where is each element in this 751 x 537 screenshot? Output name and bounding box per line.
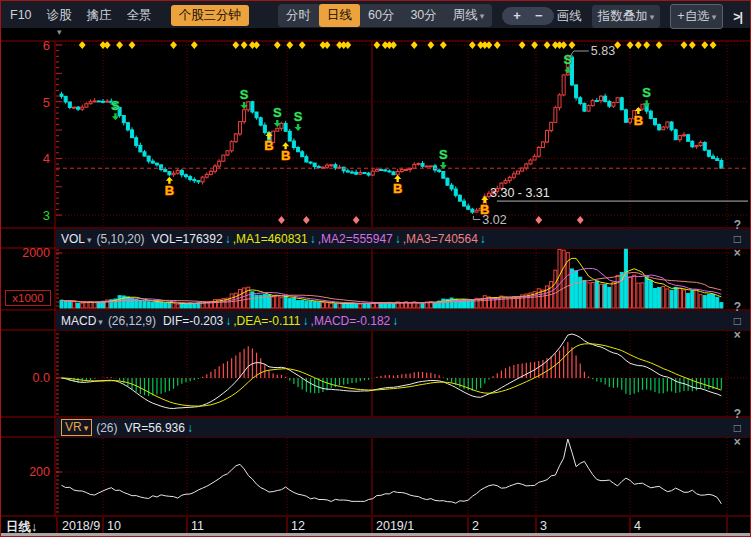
macd-value: ,MACD=-0.182 bbox=[311, 314, 391, 328]
price-label-3: 3 bbox=[28, 208, 50, 223]
vr-line bbox=[62, 439, 722, 504]
help-icon[interactable]: ? bbox=[734, 300, 741, 314]
down-arrow-icon: ↓ bbox=[225, 232, 231, 246]
macd-zero-label: 0.0 bbox=[22, 371, 50, 385]
window-resize-bar[interactable] bbox=[1, 533, 750, 536]
chart-canvas[interactable]: SSSSSSSBBBBBB3.30 - 3.315.833.02 bbox=[0, 0, 751, 537]
toolbar-left-group: F10 诊股 擒庄 全景 个股三分钟 bbox=[10, 6, 249, 24]
svg-text:S: S bbox=[294, 109, 303, 124]
chart-dropdown-caret[interactable]: ▾ bbox=[57, 27, 62, 37]
date-label: 11 bbox=[191, 519, 204, 533]
chevron-down-icon: ▾ bbox=[84, 421, 89, 435]
collapse-panel-icon[interactable]: >| bbox=[733, 10, 742, 24]
tab-daily[interactable]: 日线 bbox=[319, 4, 360, 27]
down-arrow-icon: ↓ bbox=[31, 520, 37, 534]
chevron-down-icon: ▾ bbox=[480, 11, 485, 21]
down-arrow-icon: ↓ bbox=[395, 232, 401, 246]
axis-ticks bbox=[56, 45, 62, 512]
maximize-icon[interactable]: □ bbox=[734, 314, 741, 328]
add-watchlist-button[interactable]: +自选▾ bbox=[670, 4, 723, 29]
period-tabs: 分时 日线 60分 30分 周线▾ bbox=[278, 4, 492, 27]
svg-text:S: S bbox=[439, 147, 448, 162]
macd-dea: ,DEA=-0.111 bbox=[233, 314, 300, 328]
vol-indicator-selector[interactable]: VOL▾ bbox=[61, 232, 92, 246]
vr-panel-header: VR▾ (26) VR=56.936 ↓ ? □ × bbox=[56, 418, 750, 437]
svg-text:B: B bbox=[393, 181, 402, 196]
period-tab-group: 分时 日线 60分 30分 周线▾ + − bbox=[278, 4, 554, 27]
svg-text:S: S bbox=[642, 85, 651, 100]
catch-banker-button[interactable]: 擒庄 bbox=[87, 7, 112, 24]
svg-text:3.30 - 3.31: 3.30 - 3.31 bbox=[490, 186, 550, 200]
vol-params: (5,10,20) bbox=[97, 232, 145, 246]
down-arrow-icon: ↓ bbox=[392, 314, 398, 328]
zoom-in-button[interactable]: + bbox=[513, 9, 521, 23]
panel-icons: ? □ × bbox=[714, 204, 750, 274]
tab-30min[interactable]: 30分 bbox=[402, 4, 444, 27]
volume-scale-label: 2000 bbox=[14, 246, 50, 260]
date-label: 12 bbox=[291, 519, 305, 533]
vol-ma1: ,MA1=460831 bbox=[233, 232, 308, 246]
panel-icons: ? □ × bbox=[714, 286, 750, 356]
vr-scale-label: 200 bbox=[20, 465, 50, 479]
diagnose-stock-button[interactable]: 诊股 bbox=[47, 7, 72, 24]
date-label: 2018/9 bbox=[62, 519, 100, 533]
f10-button[interactable]: F10 bbox=[10, 8, 32, 22]
down-arrow-icon: ↓ bbox=[187, 421, 193, 435]
chevron-down-icon: ▾ bbox=[712, 12, 717, 22]
index-overlay-button[interactable]: 指数叠加▾ bbox=[592, 5, 661, 28]
down-arrow-icon: ↓ bbox=[225, 314, 231, 328]
svg-text:5.83: 5.83 bbox=[591, 44, 615, 58]
svg-text:B: B bbox=[634, 113, 643, 128]
tab-intraday[interactable]: 分时 bbox=[278, 4, 319, 27]
svg-text:B: B bbox=[281, 148, 290, 163]
svg-text:B: B bbox=[165, 183, 174, 198]
volume-bars bbox=[60, 249, 723, 308]
toolbar-right-group: 画线 指数叠加▾ +自选▾ >| bbox=[557, 4, 742, 29]
svg-text:S: S bbox=[111, 98, 120, 113]
volume-unit-label: x1000 bbox=[5, 290, 51, 306]
svg-text:S: S bbox=[240, 87, 249, 102]
macd-indicator-selector[interactable]: MACD▾ bbox=[61, 314, 103, 328]
volume-panel-header: VOL▾ (5,10,20) VOL=176392 ↓ ,MA1=460831 … bbox=[56, 229, 750, 248]
signal-diamonds bbox=[79, 41, 717, 224]
help-icon[interactable]: ? bbox=[734, 218, 741, 232]
help-icon[interactable]: ? bbox=[734, 407, 741, 421]
down-arrow-icon: ↓ bbox=[480, 232, 486, 246]
macd-panel-header: MACD▾ (26,12,9) DIF=-0.203 ↓ ,DEA=-0.111… bbox=[56, 311, 750, 330]
panorama-button[interactable]: 全景 bbox=[127, 7, 152, 24]
tab-weekly[interactable]: 周线▾ bbox=[445, 4, 493, 27]
zoom-out-button[interactable]: − bbox=[535, 9, 543, 23]
toolbar: F10 诊股 擒庄 全景 个股三分钟 分时 日线 60分 30分 周线▾ + −… bbox=[1, 1, 750, 28]
close-icon[interactable]: × bbox=[734, 246, 741, 260]
macd-params: (26,12,9) bbox=[108, 314, 156, 328]
svg-text:S: S bbox=[273, 105, 282, 120]
down-arrow-icon: ↓ bbox=[303, 314, 309, 328]
draw-line-button[interactable]: 画线 bbox=[557, 8, 582, 25]
chevron-down-icon: ▾ bbox=[650, 12, 655, 22]
close-icon[interactable]: × bbox=[734, 435, 741, 449]
vol-value: VOL=176392 bbox=[152, 232, 223, 246]
tab-60min[interactable]: 60分 bbox=[360, 4, 402, 27]
vr-params: (26) bbox=[96, 421, 117, 435]
svg-text:B: B bbox=[264, 138, 273, 153]
date-label: 10 bbox=[107, 519, 121, 533]
stock-3min-button[interactable]: 个股三分钟 bbox=[171, 5, 250, 26]
maximize-icon[interactable]: □ bbox=[734, 421, 741, 435]
date-label: 4 bbox=[634, 519, 641, 533]
app-window: SSSSSSSBBBBBB3.30 - 3.315.833.02 F10 诊股 … bbox=[0, 0, 751, 537]
price-label-6: 6 bbox=[28, 38, 50, 53]
close-icon[interactable]: × bbox=[734, 328, 741, 342]
price-label-5: 5 bbox=[28, 95, 50, 110]
maximize-icon[interactable]: □ bbox=[734, 232, 741, 246]
panel-icons: ? □ × bbox=[714, 393, 750, 463]
zoom-pill: + − bbox=[502, 7, 553, 25]
chevron-down-icon: ▾ bbox=[98, 317, 103, 327]
macd-dif: DIF=-0.203 bbox=[163, 314, 223, 328]
price-label-4: 4 bbox=[28, 151, 50, 166]
vr-indicator-selector[interactable]: VR▾ bbox=[61, 419, 92, 436]
candlesticks bbox=[60, 55, 723, 214]
vol-ma2: ,MA2=555947 bbox=[318, 232, 393, 246]
vr-value: VR=56.936 bbox=[125, 421, 185, 435]
macd-lines bbox=[62, 334, 722, 409]
date-label: 2 bbox=[472, 519, 479, 533]
